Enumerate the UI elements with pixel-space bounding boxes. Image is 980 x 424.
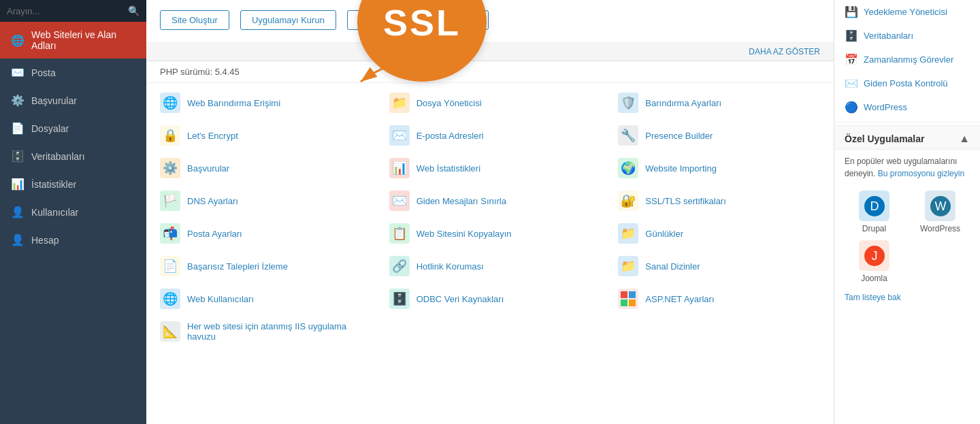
account-icon: 👤	[11, 233, 24, 246]
joomla-svg: J	[864, 245, 885, 267]
iis-icon: 📐	[160, 321, 180, 342]
basarisiz-icon: 📄	[160, 256, 180, 276]
tool-web-sitesini-kopyala[interactable]: 📋 Web Sitesini Kopyalayın	[376, 217, 605, 250]
tool-label: Posta Ayarları	[187, 229, 242, 239]
sidebar-item-web-sites[interactable]: 🌐 Web Siteleri ve Alan Adları	[0, 22, 146, 59]
tool-dosya-yoneticisi[interactable]: 📁 Dosya Yöneticisi	[376, 86, 605, 119]
tool-label: Web Barındırma Erişimi	[187, 98, 280, 108]
tool-basvurular[interactable]: ⚙️ Başvurular	[146, 152, 376, 184]
web-kullanicilari-icon: 🌐	[160, 289, 180, 309]
promo-link[interactable]: Bu promosyonu gizleyin	[878, 169, 964, 178]
svg-rect-2	[629, 291, 636, 298]
sidebar-item-basvurular[interactable]: ⚙️ Başvurular	[0, 86, 146, 114]
aspnet-icon	[618, 289, 638, 309]
search-icon: 🔍	[128, 5, 140, 16]
tool-label: Website Importing	[645, 163, 717, 174]
kopyala-icon: 📋	[389, 223, 410, 244]
drupal-icon: D	[859, 191, 889, 221]
tool-web-barindirma[interactable]: 🌐 Web Barındırma Erişimi	[146, 86, 376, 119]
app-wordpress[interactable]: W WordPress	[911, 191, 970, 233]
svg-text:W: W	[934, 199, 946, 213]
show-less-bar[interactable]: DAHA AZ GÖSTER	[146, 43, 834, 61]
svg-rect-1	[621, 291, 627, 298]
dosyalar-button[interactable]: Dosyalar	[347, 10, 405, 30]
tool-gunlukler[interactable]: 📁 Günlükler	[604, 217, 834, 250]
right-item-wordpress[interactable]: 🔵 WordPress	[834, 95, 980, 119]
db-icon: 🗄️	[845, 29, 858, 42]
app-drupal[interactable]: D Drupal	[845, 191, 904, 233]
right-item-giden-posta[interactable]: ✉️ Giden Posta Kontrolü	[834, 71, 980, 95]
dns-icon: 🏳️	[160, 191, 180, 211]
tool-presence-builder[interactable]: 🔧 Presence Builder	[604, 119, 834, 152]
tool-lets-encrypt[interactable]: 🔒 Let's Encrypt	[146, 119, 376, 152]
uygulamayi-kur-button[interactable]: Uygulamayı Kurun	[240, 10, 336, 30]
sidebar-item-label: Hesap	[31, 235, 59, 246]
tool-giden-mesajlari[interactable]: ✉️ Giden Mesajları Sınırla	[376, 184, 605, 217]
wordpress-svg: W	[930, 195, 951, 217]
schedule-icon: 📅	[845, 53, 858, 66]
tool-label: DNS Ayarları	[187, 196, 238, 206]
search-input[interactable]	[7, 6, 122, 16]
tool-label: Web Kullanıcıları	[187, 294, 254, 304]
collapse-icon[interactable]: ▲	[959, 133, 970, 145]
right-item-yedekleme[interactable]: 💾 Yedekleme Yöneticisi	[834, 0, 980, 24]
hotlink-icon: 🔗	[389, 256, 410, 276]
tool-posta-ayarlari[interactable]: 📬 Posta Ayarları	[146, 217, 376, 250]
sidebar-item-label: İstatistikler	[31, 179, 76, 190]
sidebar-item-dosyalar[interactable]: 📄 Dosyalar	[0, 114, 146, 142]
web-istatistikleri-icon: 📊	[389, 158, 410, 178]
tool-sanal-dizinler[interactable]: 📁 Sanal Dizinler	[604, 250, 834, 282]
sidebar-item-hesap[interactable]: 👤 Hesap	[0, 226, 146, 254]
right-item-veritabanlari[interactable]: 🗄️ Veritabanları	[834, 24, 980, 48]
sidebar-item-kullanicilar[interactable]: 👤 Kullanıcılar	[0, 198, 146, 226]
svg-rect-4	[629, 299, 636, 306]
tool-barindirma-ayarlari[interactable]: 🛡️ Barındırma Ayarları	[604, 86, 834, 119]
tool-e-posta[interactable]: ✉️ E-posta Adresleri	[376, 119, 605, 152]
ozel-desc: En popüler web uygulamalarını deneyin. B…	[834, 150, 980, 185]
tool-iis[interactable]: 📐 Her web sitesi için atanmış IIS uygula…	[146, 315, 376, 348]
sidebar-search-container[interactable]: 🔍	[0, 0, 146, 22]
tool-hotlink[interactable]: 🔗 Hotlink Koruması	[376, 250, 605, 282]
app-joomla[interactable]: J Joomla	[845, 240, 904, 283]
sanal-dizinler-icon: 📁	[618, 256, 638, 276]
sidebar-item-label: Kullanıcılar	[31, 207, 78, 218]
tool-label: Her web sitesi için atanmış IIS uygulama…	[187, 321, 362, 342]
tool-label: E-posta Adresleri	[416, 131, 484, 141]
tool-label: Hotlink Koruması	[416, 261, 484, 272]
tool-ssl-tls[interactable]: 🔐 SSL/TLS sertifikaları	[604, 184, 834, 217]
sidebar-item-veritabanlari[interactable]: 🗄️ Veritabanları	[0, 142, 146, 170]
ssl-tls-icon: 🔐	[618, 191, 638, 211]
sidebar-item-posta[interactable]: ✉️ Posta	[0, 59, 146, 86]
tools-grid: 🌐 Web Barındırma Erişimi 📁 Dosya Yönetic…	[146, 83, 834, 351]
tool-aspnet[interactable]: ASP.NET Ayarları	[604, 282, 834, 315]
web-barindirma-icon: 🌐	[160, 93, 180, 113]
tool-label: ODBC Veri Kaynakları	[416, 294, 504, 304]
tool-odbc[interactable]: 🗄️ ODBC Veri Kaynakları	[376, 282, 605, 315]
right-item-label: Yedekleme Yöneticisi	[864, 7, 947, 17]
top-buttons-area: SSL Site Oluştur Uygulamayı K	[146, 0, 834, 43]
tam-liste-label[interactable]: Tam listeye bak	[845, 293, 901, 302]
chart-icon: 📊	[11, 178, 24, 191]
php-version-bar: PHP sürümü: 5.4.45	[146, 61, 834, 83]
tool-web-istatistikleri[interactable]: 📊 Web İstatistikleri	[376, 152, 605, 184]
veritabanlari-button[interactable]: Veritabanları	[416, 10, 489, 30]
right-item-zamanlanmis[interactable]: 📅 Zamanlanmış Görevler	[834, 48, 980, 71]
right-sidebar: 💾 Yedekleme Yöneticisi 🗄️ Veritabanları …	[834, 0, 980, 424]
tool-basarisiz-takip[interactable]: 📄 Başarısız Talepleri İzleme	[146, 250, 376, 282]
tool-website-importing[interactable]: 🌍 Website Importing	[604, 152, 834, 184]
sidebar-item-label: Başvurular	[31, 95, 77, 106]
app-label: Joomla	[861, 274, 887, 283]
right-item-label: Zamanlanmış Görevler	[864, 54, 953, 65]
user-icon: 👤	[11, 206, 24, 218]
app-label: Drupal	[862, 224, 886, 233]
show-less-label[interactable]: DAHA AZ GÖSTER	[749, 47, 820, 56]
tool-dns-ayarlari[interactable]: 🏳️ DNS Ayarları	[146, 184, 376, 217]
tool-label: Presence Builder	[645, 131, 713, 141]
sidebar-item-label: Web Siteleri ve Alan Adları	[31, 29, 135, 51]
sidebar-item-istatistikler[interactable]: 📊 İstatistikler	[0, 170, 146, 198]
tool-web-kullanicilari[interactable]: 🌐 Web Kullanıcıları	[146, 282, 376, 315]
tam-liste-link[interactable]: Tam listeye bak	[834, 289, 980, 310]
site-olustur-button[interactable]: Site Oluştur	[160, 10, 229, 30]
tool-label: Let's Encrypt	[187, 131, 238, 141]
ozel-apps: D Drupal W WordPress	[834, 185, 980, 289]
